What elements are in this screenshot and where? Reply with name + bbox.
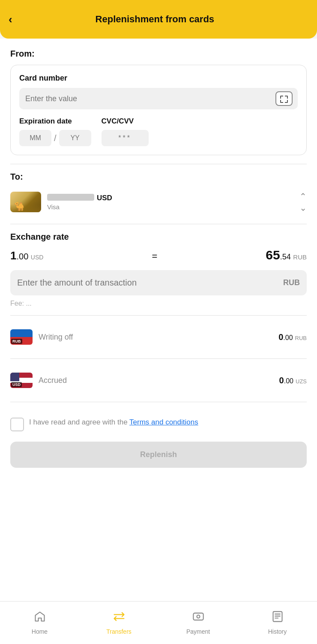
payment-label: Payment <box>186 628 210 635</box>
terms-link[interactable]: Terms and conditions <box>129 418 198 426</box>
chevron-updown-icon: ⌃ ⌃ <box>299 191 307 213</box>
exchange-to: 65.54 RUB <box>266 248 307 262</box>
cvc-input[interactable] <box>102 130 149 146</box>
accrued-amount: 0 <box>279 376 284 385</box>
scan-corner-tl <box>280 96 283 99</box>
amount-currency-label: RUB <box>283 278 307 287</box>
svg-point-1 <box>197 615 200 618</box>
exchange-to-decimals: .54 <box>280 253 291 261</box>
writing-off-decimals: .00 <box>283 334 293 341</box>
home-label: Home <box>32 628 48 635</box>
to-card-row[interactable]: USD Visa ⌃ ⌃ <box>10 188 307 216</box>
expiration-mm-input[interactable] <box>19 130 51 146</box>
header: ‹ Replenishment from cards <box>0 0 317 39</box>
scan-card-button[interactable] <box>270 88 298 109</box>
back-button[interactable]: ‹ <box>9 13 12 26</box>
divider-4 <box>10 358 307 359</box>
scan-corner-br <box>285 100 288 103</box>
svg-rect-0 <box>193 613 203 620</box>
exchange-from: 1.00 USD <box>10 249 43 262</box>
divider-2 <box>10 224 307 224</box>
to-card-info: USD Visa <box>47 194 299 211</box>
rub-flag-badge: RUB <box>10 329 33 345</box>
scan-corner-tr <box>285 96 288 99</box>
expiration-yy-input[interactable] <box>59 130 91 146</box>
amount-input[interactable] <box>10 270 283 295</box>
header-title: Replenishment from cards <box>21 14 289 25</box>
to-section: To: USD Visa ⌃ ⌃ <box>10 172 307 216</box>
home-icon <box>34 611 46 626</box>
cvc-label: CVC/CVV <box>102 117 149 126</box>
to-card-currency: USD <box>97 194 112 202</box>
rub-flag-label: RUB <box>11 339 22 344</box>
usd-flag-label: USD <box>11 382 22 387</box>
exchange-from-amount: 1 <box>10 249 16 262</box>
terms-row: I have read and agree with the Terms and… <box>10 410 307 438</box>
exchange-from-currency: USD <box>31 254 44 261</box>
svg-rect-2 <box>273 611 282 621</box>
terms-text: I have read and agree with the Terms and… <box>29 417 198 428</box>
rub-flag-top <box>10 329 33 337</box>
nav-payment[interactable]: Payment <box>158 611 238 635</box>
nav-home[interactable]: Home <box>0 611 79 635</box>
scan-corner-bl <box>280 100 283 103</box>
usd-flag-badge: USD <box>10 373 33 388</box>
exchange-to-currency: RUB <box>293 253 307 261</box>
exchange-to-amount: 65 <box>266 248 280 262</box>
exchange-rate-title: Exchange rate <box>10 232 307 242</box>
scan-corners <box>280 96 288 102</box>
nav-transfers[interactable]: Transfers <box>79 611 158 635</box>
exchange-equals: = <box>152 251 157 262</box>
to-card-number-blurred <box>47 194 94 201</box>
to-card-details-row: USD <box>47 194 299 202</box>
history-icon <box>272 611 284 626</box>
accrued-row: USD Accrued 0.00 UZS <box>10 367 307 394</box>
expiration-group: Expiration date / <box>19 117 91 146</box>
from-label: From: <box>10 49 307 59</box>
history-label: History <box>268 628 287 635</box>
expiration-inputs: / <box>19 130 91 146</box>
exp-cvc-row: Expiration date / CVC/CVV <box>19 117 298 146</box>
payment-icon <box>192 611 204 626</box>
accrued-label: Accrued <box>39 376 279 385</box>
terms-checkbox[interactable] <box>10 418 24 431</box>
usd-flag-canton <box>10 373 19 381</box>
scan-icon <box>275 91 293 106</box>
to-card-type: Visa <box>47 203 299 211</box>
accrued-value: 0.00 UZS <box>279 376 307 385</box>
writing-off-value: 0.00 RUB <box>278 332 307 342</box>
cvc-group: CVC/CVV <box>102 117 149 146</box>
card-form-section: Card number Expiration date <box>10 65 307 155</box>
terms-prefix: I have read and agree with the <box>29 418 129 426</box>
divider-1 <box>10 164 307 164</box>
card-number-input[interactable] <box>19 88 270 109</box>
to-card-image <box>10 192 41 212</box>
divider-5 <box>10 402 307 402</box>
card-number-label: Card number <box>19 74 298 83</box>
writing-off-label: Writing off <box>39 333 278 342</box>
expiration-label: Expiration date <box>19 117 91 126</box>
to-label: To: <box>10 172 307 182</box>
transfers-label: Transfers <box>106 628 132 635</box>
exchange-rate-section: Exchange rate 1.00 USD = 65.54 RUB RUB F… <box>10 232 307 307</box>
nav-history[interactable]: History <box>238 611 317 635</box>
exchange-rate-row: 1.00 USD = 65.54 RUB <box>10 248 307 262</box>
writing-off-row: RUB Writing off 0.00 RUB <box>10 323 307 351</box>
writing-off-amount: 0 <box>278 332 283 342</box>
fee-label: Fee: ... <box>10 300 307 307</box>
writing-off-currency: RUB <box>295 335 307 341</box>
submit-button[interactable]: Replenish <box>10 442 307 468</box>
exchange-from-decimals: .00 <box>16 252 28 261</box>
amount-field-wrap: RUB <box>10 270 307 295</box>
card-number-field-wrap <box>19 88 298 109</box>
bottom-nav: Home Transfers Payment His <box>0 601 317 644</box>
transfers-icon <box>112 611 126 626</box>
divider-3 <box>10 315 307 316</box>
accrued-decimals: .00 <box>284 377 293 385</box>
accrued-currency: UZS <box>296 378 307 385</box>
slash-divider: / <box>54 133 57 143</box>
main-content: From: Card number Expiration date <box>0 39 317 601</box>
